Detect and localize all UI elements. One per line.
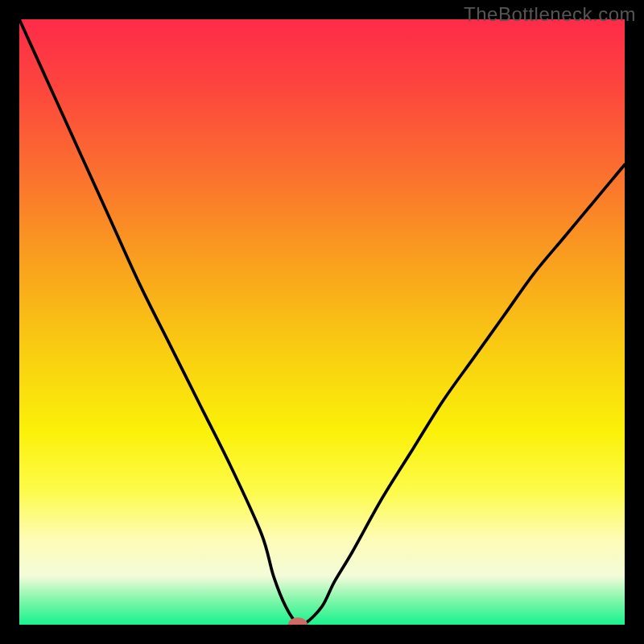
bottleneck-curve [19,19,625,625]
watermark-text: TheBottleneck.com [464,3,636,26]
curve-svg [19,19,625,625]
chart-frame: TheBottleneck.com [0,0,644,644]
plot-area [19,19,625,625]
